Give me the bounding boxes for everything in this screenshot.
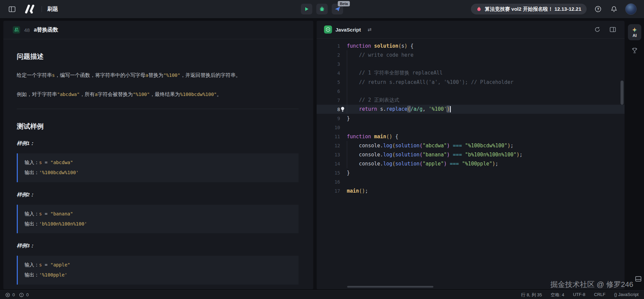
- notifications-button[interactable]: [609, 4, 619, 14]
- section-divider: [17, 109, 299, 109]
- problem-content: 问题描述 给定一个字符串s，编写一个函数，将字符串中的小写字母a替换为"%100…: [3, 39, 313, 285]
- problem-panel: 易 48 a替换函数 问题描述 给定一个字符串s，编写一个函数，将字符串中的小写…: [3, 21, 313, 289]
- line-number: 8: [317, 107, 340, 112]
- problem-title: a替换函数: [34, 27, 58, 34]
- indent-guide: [347, 141, 347, 168]
- layout-button[interactable]: [608, 26, 617, 34]
- code-line[interactable]: 14 console.log(solution("apple") === "%1…: [317, 159, 625, 168]
- right-rail: AI: [625, 21, 644, 54]
- cursor-position[interactable]: 行 8, 列 35: [521, 292, 542, 298]
- code-line[interactable]: 15}: [317, 168, 625, 177]
- code-line[interactable]: 6: [317, 87, 625, 96]
- editor-header: JavaScript ⇄: [317, 21, 625, 39]
- code-line[interactable]: 10: [317, 123, 625, 132]
- reset-code-button[interactable]: [593, 25, 602, 34]
- refresh-icon: [594, 27, 600, 33]
- line-number: 9: [317, 116, 340, 121]
- code-line[interactable]: 17main();: [317, 186, 625, 195]
- eol-setting[interactable]: CRLF: [594, 292, 605, 298]
- app-logo: [24, 5, 36, 13]
- code-line[interactable]: 3: [317, 59, 625, 68]
- paper-plane-icon: [335, 6, 340, 12]
- debug-button[interactable]: [316, 4, 328, 14]
- quick-fix-lightbulb-icon[interactable]: [340, 106, 345, 112]
- input-label: 输入：: [24, 262, 39, 267]
- error-count-icon[interactable]: [5, 293, 10, 297]
- line-number: 15: [317, 170, 340, 176]
- run-button[interactable]: [301, 4, 312, 14]
- difficulty-badge: 易: [13, 26, 20, 34]
- sample-title: 样例2：: [17, 192, 299, 198]
- banner-text: 算法竞技赛 vol2 开始报名啦！ 12.13-12.21: [485, 6, 581, 12]
- line-number: 3: [317, 61, 340, 67]
- line-number: 6: [317, 89, 340, 94]
- sample-input-value: s = "banana": [39, 211, 73, 216]
- contest-banner[interactable]: 算法竞技赛 vol2 开始报名啦！ 12.13-12.21: [471, 4, 587, 14]
- status-bar: 0 0 行 8, 列 35 空格: 4 UTF-8 CRLF {} JavaSc…: [0, 290, 644, 299]
- play-icon: [304, 7, 309, 11]
- sample-block: 输入：s = "abcdwa" 输出：'%100bcdw%100': [17, 153, 299, 182]
- help-button[interactable]: ?: [593, 4, 603, 14]
- ai-label: AI: [633, 33, 637, 38]
- text-cursor: [450, 106, 451, 112]
- code-line[interactable]: 16: [317, 177, 625, 186]
- language-label: JavaScript: [335, 27, 361, 33]
- svg-text:?: ?: [597, 7, 599, 11]
- sample-output-line: 输出：'b%100n%100n%100': [24, 219, 292, 229]
- samples-heading: 测试样例: [17, 122, 299, 131]
- line-number: 11: [317, 134, 340, 139]
- code-line[interactable]: 5 // return s.replaceAll('a', '%100'); /…: [317, 78, 625, 87]
- sample-output-value: '%100pple': [39, 272, 67, 278]
- code-editor[interactable]: 1function solution(s) {2 // write code h…: [317, 39, 625, 289]
- code-line[interactable]: 13 console.log(solution("banana") === "b…: [317, 150, 625, 159]
- flame-icon: [476, 6, 482, 12]
- submit-button[interactable]: Beta: [332, 4, 343, 14]
- contest-button[interactable]: [629, 47, 640, 54]
- divider: [42, 6, 42, 12]
- line-number: 17: [317, 188, 340, 194]
- beta-badge: Beta: [338, 1, 350, 6]
- error-count[interactable]: 0: [12, 292, 15, 297]
- problem-header: 易 48 a替换函数: [3, 21, 313, 39]
- line-number: 2: [317, 52, 340, 58]
- sample-input-value: s = "apple": [39, 262, 70, 267]
- line-number: 10: [317, 125, 340, 130]
- vertical-scrollbar[interactable]: [621, 81, 624, 105]
- user-avatar[interactable]: [625, 3, 637, 15]
- sample-output-line: 输出：'%100pple': [24, 270, 292, 280]
- code-line[interactable]: 4 // 1 字符串全部替换 replaceAll: [317, 68, 625, 78]
- output-label: 输出：: [24, 170, 39, 175]
- panel-toggle-icon: [9, 6, 15, 12]
- indent-setting[interactable]: 空格: 4: [551, 292, 564, 298]
- panel-toggle-button[interactable]: [7, 5, 17, 13]
- code-line[interactable]: 8 return s.replace(/a/g, '%100'): [317, 105, 625, 114]
- output-label: 输出：: [24, 272, 39, 278]
- code-line[interactable]: 9}: [317, 114, 625, 123]
- input-label: 输入：: [24, 211, 39, 216]
- bell-icon: [611, 6, 617, 12]
- sample-input-value: s = "abcdwa": [39, 160, 73, 165]
- line-number: 13: [317, 152, 340, 157]
- line-number: 7: [317, 98, 340, 103]
- sample-title: 样例3：: [17, 243, 299, 249]
- code-line[interactable]: 12 console.log(solution("abcdwa") === "%…: [317, 141, 625, 150]
- run-controls: Beta: [301, 4, 343, 14]
- code-line[interactable]: 1function solution(s) {: [317, 41, 625, 50]
- code-line[interactable]: 7 // 2 正则表达式: [317, 96, 625, 105]
- horizontal-scrollbar[interactable]: [347, 286, 433, 288]
- indent-guide: [347, 50, 347, 114]
- code-line[interactable]: 2 // write code here: [317, 50, 625, 59]
- encoding[interactable]: UTF-8: [573, 292, 585, 298]
- output-label: 输出：: [24, 221, 39, 227]
- warning-count-icon[interactable]: [19, 293, 24, 297]
- language-mode[interactable]: {} JavaScript: [614, 292, 639, 298]
- panel-toggle-bottom-icon[interactable]: [635, 276, 641, 282]
- code-line[interactable]: 11function main() {: [317, 132, 625, 141]
- problem-paragraph: 例如，对于字符串"abcdwa"，所有a字符会被替换为"%100"，最终结果为%…: [17, 90, 299, 99]
- sample-block: 输入：s = "apple" 输出：'%100pple': [17, 256, 299, 284]
- switch-language-button[interactable]: ⇄: [366, 27, 374, 33]
- ai-assistant-button[interactable]: AI: [628, 24, 641, 40]
- warning-count[interactable]: 0: [26, 292, 29, 297]
- line-number: 16: [317, 179, 340, 185]
- swap-icon: ⇄: [368, 27, 372, 32]
